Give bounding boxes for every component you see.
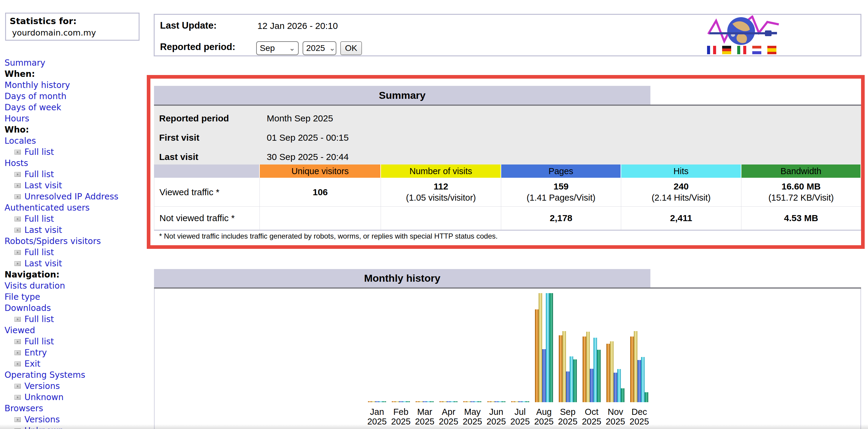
bar-pages-sep <box>566 371 569 402</box>
sidebar-link-exit[interactable]: Exit <box>24 358 40 369</box>
sidebar-link-operating-systems[interactable]: Operating Systems <box>4 369 85 381</box>
bar-hits-may <box>474 401 478 402</box>
sidebar-link-robots-spiders-visitors[interactable]: Robots/Spiders visitors <box>4 236 101 247</box>
bar-visits-may <box>467 401 470 402</box>
sidebar-item-browsers: Browsers <box>4 403 143 414</box>
cell-main-value: 106 <box>313 187 328 197</box>
sidebar-link-full-list[interactable]: Full list <box>24 213 54 225</box>
bar-visits-aug <box>538 293 542 402</box>
summary-info-row: First visit01 Sep 2025 - 00:15 <box>154 128 861 147</box>
bar-hits-apr <box>450 401 454 402</box>
cell-main-value: 4.53 MB <box>784 213 818 223</box>
flag-spain-icon[interactable] <box>767 46 776 54</box>
summary-table: Unique visitorsNumber of visitsPagesHits… <box>154 164 861 230</box>
cell-main-value: 159 <box>553 182 568 192</box>
sidebar-link-hours[interactable]: Hours <box>4 113 29 124</box>
flag-france-icon[interactable] <box>707 46 716 54</box>
sidebar-link-days-of-week[interactable]: Days of week <box>4 102 61 113</box>
summary-footnote: * Not viewed traffic includes traffic ge… <box>159 232 498 240</box>
bar-pages-nov <box>614 373 617 402</box>
bar-unique_visitors-jan <box>368 401 372 402</box>
sidebar-link-entry[interactable]: Entry <box>24 347 47 358</box>
bar-bandwidth-jul <box>526 401 529 402</box>
year-label-dec: 2025 <box>626 417 653 426</box>
sidebar-link-visits-duration[interactable]: Visits duration <box>4 280 65 291</box>
cell-sub-value: (2.14 Hits/Visit) <box>652 193 711 203</box>
year-label-sep: 2025 <box>554 417 581 426</box>
ok-button[interactable]: OK <box>340 41 362 55</box>
flag-netherlands-icon[interactable] <box>752 46 761 54</box>
last-update-label: Last Update: <box>160 20 217 31</box>
bar-bandwidth-jan <box>382 401 386 402</box>
summary-table-bottom-border <box>154 230 861 231</box>
flag-italy-icon[interactable] <box>737 46 746 54</box>
sidebar-link-full-list[interactable]: Full list <box>24 146 54 158</box>
bar-bandwidth-sep <box>573 359 577 402</box>
bar-unique_visitors-nov <box>607 344 610 402</box>
year-select[interactable]: 2025 ⌄ <box>303 41 336 55</box>
sidebar-item-full-list: Full list <box>4 169 143 180</box>
sidebar-link-monthly-history[interactable]: Monthly history <box>4 79 70 91</box>
sidebar-link-full-list[interactable]: Full list <box>24 314 54 325</box>
sidebar-link-days-of-month[interactable]: Days of month <box>4 91 67 102</box>
bar-hits-jan <box>379 401 382 402</box>
bar-hits-jun <box>498 401 502 402</box>
cell-main-value: 240 <box>674 182 689 192</box>
info-value: Month Sep 2025 <box>267 113 333 124</box>
table-value-cell: 159(1.41 Pages/Visit) <box>501 178 621 207</box>
month-label-jul: Jul <box>507 407 534 416</box>
sidebar-link-full-list[interactable]: Full list <box>24 247 54 258</box>
year-select-value: 2025 <box>306 43 325 53</box>
sidebar-item-unknown: Unknown <box>4 425 143 429</box>
sidebar-link-unknown[interactable]: Unknown <box>24 392 64 403</box>
sidebar-link-unknown[interactable]: Unknown <box>24 425 64 429</box>
cell-sub-value: (1.05 visits/visitor) <box>406 193 476 203</box>
statistics-for-box: Statistics for: yourdomain.com.my <box>5 13 140 41</box>
sidebar-item-last-visit: Last visit <box>4 225 143 236</box>
month-label-aug: Aug <box>530 407 558 416</box>
sidebar-item-days-of-month: Days of month <box>4 91 143 102</box>
month-label-dec: Dec <box>626 407 653 416</box>
sidebar-link-downloads[interactable]: Downloads <box>4 302 51 314</box>
sidebar-link-file-type[interactable]: File type <box>4 291 40 302</box>
flag-germany-icon[interactable] <box>722 46 731 54</box>
month-label-may: May <box>459 407 486 416</box>
sidebar-item-hours: Hours <box>4 113 143 124</box>
sidebar-link-browsers[interactable]: Browsers <box>4 403 43 414</box>
column-header-number-of-visits: Number of visits <box>381 164 501 178</box>
sidebar-link-full-list[interactable]: Full list <box>24 336 54 347</box>
sidebar-item-versions: Versions <box>4 381 143 392</box>
sidebar-link-authenticated-users[interactable]: Authenticated users <box>4 202 90 213</box>
sidebar-link-last-visit[interactable]: Last visit <box>24 258 62 269</box>
last-update-value: 12 Jan 2026 - 20:10 <box>257 21 338 31</box>
sidebar-link-hosts[interactable]: Hosts <box>4 158 28 169</box>
sidebar-link-versions[interactable]: Versions <box>24 414 60 425</box>
sidebar-item-full-list: Full list <box>4 247 143 258</box>
summary-table-corner-cell <box>154 164 260 178</box>
table-value-cell: 4.53 MB <box>741 207 861 230</box>
bar-bandwidth-nov <box>621 388 624 402</box>
sidebar-link-viewed[interactable]: Viewed <box>4 325 35 336</box>
month-select[interactable]: Sep ⌄ <box>256 41 299 55</box>
sublink-arrow-icon <box>14 350 21 355</box>
sidebar-link-summary[interactable]: Summary <box>4 57 45 68</box>
sidebar-link-unresolved-ip-address[interactable]: Unresolved IP Address <box>24 191 119 202</box>
bar-visits-jun <box>491 401 495 402</box>
bar-unique_visitors-jun <box>487 401 491 402</box>
year-label-jun: 2025 <box>483 417 510 426</box>
sidebar-link-locales[interactable]: Locales <box>4 135 36 146</box>
sidebar-link-last-visit[interactable]: Last visit <box>24 225 62 236</box>
sidebar-link-last-visit[interactable]: Last visit <box>24 180 62 191</box>
info-label: Last visit <box>159 152 267 162</box>
column-header-unique-visitors: Unique visitors <box>260 164 381 178</box>
sidebar-link-versions[interactable]: Versions <box>24 381 60 392</box>
table-value-cell: 240(2.14 Hits/Visit) <box>621 178 741 207</box>
bar-unique_visitors-mar <box>415 401 419 402</box>
sidebar-item-who-: Who: <box>4 124 143 135</box>
table-value-cell <box>260 207 381 230</box>
sidebar-link-full-list[interactable]: Full list <box>24 169 54 180</box>
bar-pages-dec <box>638 360 641 402</box>
sidebar-item-file-type: File type <box>4 291 143 302</box>
bar-visits-sep <box>562 331 566 402</box>
bar-visits-nov <box>610 341 614 402</box>
